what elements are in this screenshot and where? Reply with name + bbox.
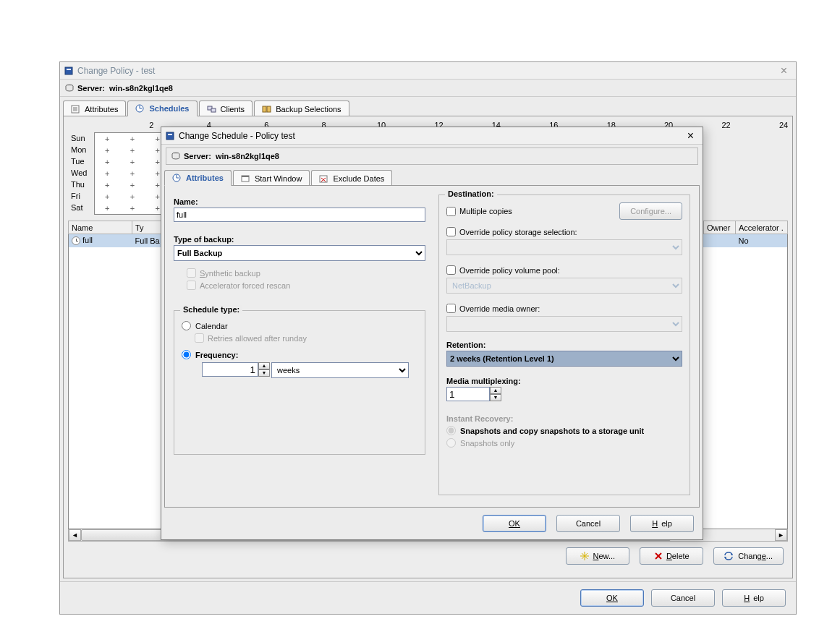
schedule-buttons: NNew...ew... Delete Change... (68, 542, 788, 570)
clients-icon (207, 105, 217, 114)
destination-group: Destination: Multiple copies Configure..… (438, 194, 690, 495)
volume-select: NetBackup (446, 278, 682, 294)
frequency-radio[interactable]: Frequency: (182, 350, 417, 359)
change-button[interactable]: Change... (713, 547, 784, 565)
tab-label: Exclude Dates (333, 174, 384, 183)
frequency-spinner[interactable]: ▲▼ (202, 362, 270, 378)
retention-select[interactable]: 2 weeks (Retention Level 1) (446, 351, 682, 367)
freq-up[interactable]: ▲ (258, 362, 270, 369)
type-select[interactable]: Full Backup (174, 245, 425, 261)
inner-tab-panel: Name: Type of backup: Full Backup Synthe… (164, 185, 700, 508)
attributes-icon (172, 174, 182, 182)
delete-icon (654, 552, 663, 560)
multiple-copies-checkbox[interactable]: Multiple copies (446, 207, 512, 216)
inner-server-name: win-s8n2kgl1qe8 (216, 152, 279, 161)
schedules-icon (135, 104, 145, 113)
change-icon (724, 552, 734, 560)
clock-icon (72, 236, 80, 245)
tab-label: Clients (221, 105, 245, 114)
inner-titlebar: Change Schedule - Policy test × (161, 127, 703, 145)
col-accel[interactable]: Accelerator . (736, 221, 788, 234)
tab-label: Backup Selections (276, 105, 341, 114)
outer-tab-panel: 2 4 6 8 10 12 14 16 18 20 22 24 Sun Mon … (63, 116, 793, 578)
inner-window-title: Change Schedule - Policy test (179, 131, 295, 141)
calendar-radio[interactable]: Calendar (182, 321, 417, 330)
tab-attributes[interactable]: Attributes (164, 170, 232, 186)
destination-legend: Destination: (445, 189, 497, 198)
col-owner[interactable]: Owner (704, 221, 736, 234)
help-button[interactable]: Help (722, 589, 786, 607)
svg-rect-21 (168, 134, 172, 135)
window-title: Change Policy - test (77, 66, 155, 76)
scroll-left-icon[interactable]: ◄ (69, 529, 81, 541)
inner-server-bar: Server: win-s8n2kgl1qe8 (166, 148, 698, 165)
override-owner-checkbox[interactable]: Override media owner: (446, 304, 682, 313)
cancel-button[interactable]: Cancel (651, 589, 715, 607)
inner-tabstrip: Attributes Start Window Exclude Dates (161, 165, 703, 185)
tab-schedules[interactable]: Schedules (127, 101, 197, 116)
attributes-icon (71, 105, 81, 114)
svg-rect-12 (263, 106, 266, 112)
app-icon (166, 132, 174, 140)
svg-rect-1 (67, 69, 71, 70)
override-storage-checkbox[interactable]: Override policy storage selection: (446, 227, 682, 236)
tab-label: Schedules (149, 104, 189, 113)
delete-button[interactable]: Delete (640, 547, 703, 565)
inner-server-label: Server: (184, 152, 211, 161)
left-column: Name: Type of backup: Full Backup Synthe… (174, 194, 425, 495)
start-window-icon (241, 174, 251, 183)
freq-down[interactable]: ▼ (258, 369, 270, 377)
tab-label: Start Window (255, 174, 302, 183)
name-input[interactable] (174, 208, 425, 222)
tab-clients[interactable]: Clients (199, 101, 253, 116)
new-button[interactable]: NNew...ew... (566, 547, 629, 565)
storage-select (446, 239, 682, 255)
configure-button: Configure... (619, 202, 682, 220)
day-labels: Sun Mon Tue Wed Thu Fri Sat (71, 132, 91, 213)
svg-rect-13 (267, 106, 271, 112)
inner-footer-buttons: OK Cancel Help (161, 508, 703, 539)
tab-attributes[interactable]: Attributes (63, 101, 126, 116)
new-icon (580, 552, 589, 560)
close-icon[interactable]: × (776, 64, 792, 77)
accel-rescan-checkbox: Accelerator forced rescan (187, 281, 425, 290)
server-icon (171, 152, 181, 161)
change-policy-window: Change Policy - test × Server: win-s8n2k… (59, 61, 797, 615)
mpx-up[interactable]: ▲ (490, 387, 501, 394)
svg-rect-0 (65, 67, 72, 74)
server-icon (64, 84, 75, 93)
scroll-right-icon[interactable]: ► (775, 529, 787, 541)
tab-start-window[interactable]: Start Window (233, 170, 310, 186)
mpx-spinner[interactable]: ▲▼ (446, 387, 501, 401)
change-schedule-window: Change Schedule - Policy test × Server: … (161, 127, 703, 540)
titlebar: Change Policy - test × (60, 62, 796, 80)
outer-tabstrip: Attributes Schedules Clients Backup Sele… (60, 97, 796, 116)
help-button[interactable]: Help (630, 515, 694, 532)
svg-rect-28 (320, 176, 327, 182)
ir-snapshots-only-radio: Snapshots only (446, 438, 682, 448)
svg-rect-11 (211, 108, 216, 112)
ok-button[interactable]: OK (483, 515, 546, 532)
tab-label: Attributes (85, 105, 118, 114)
schedule-type-legend: Schedule type: (180, 305, 242, 314)
override-volume-checkbox[interactable]: Override policy volume pool: (446, 265, 682, 275)
retries-checkbox: Retries allowed after runday (195, 333, 417, 343)
tab-backup-selections[interactable]: Backup Selections (254, 101, 349, 116)
ir-snapshots-copy-radio: Snapshots and copy snapshots to a storag… (446, 426, 682, 435)
retention-label: Retention: (446, 341, 682, 349)
frequency-unit-select[interactable]: weeks (271, 362, 409, 378)
mpx-down[interactable]: ▼ (490, 394, 501, 401)
tab-label: Attributes (186, 174, 224, 182)
schedule-type-group: Schedule type: Calendar Retries allowed … (174, 310, 425, 455)
server-label: Server: (77, 84, 105, 93)
backup-selections-icon (262, 105, 272, 114)
col-name[interactable]: Name (69, 221, 132, 234)
outer-footer-buttons: OK Cancel Help (60, 581, 796, 614)
server-name: win-s8n2kgl1qe8 (109, 84, 173, 93)
cancel-button[interactable]: Cancel (556, 515, 620, 532)
ok-button[interactable]: OK (580, 589, 644, 607)
schedule-grid-right[interactable]: +++++++++++++++++++++ (94, 132, 171, 215)
tab-exclude-dates[interactable]: Exclude Dates (311, 170, 392, 186)
close-icon[interactable]: × (683, 129, 698, 142)
type-label: Type of backup: (174, 235, 425, 244)
